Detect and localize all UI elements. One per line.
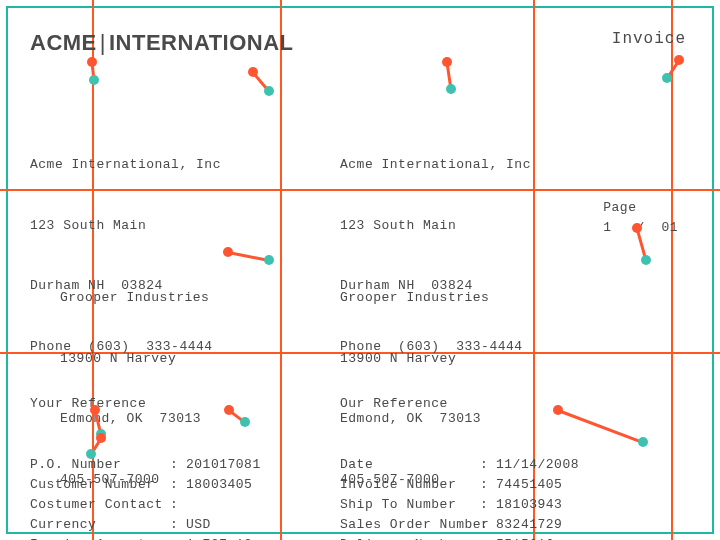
our-ref-key: Date [340, 455, 480, 475]
your-ref-key: Costumer Contact [30, 495, 170, 515]
sender-street: 123 South Main [30, 216, 221, 236]
kv-colon: : [480, 535, 496, 540]
our-ref-key: Ship To Number [340, 495, 480, 515]
your-ref-title: Your Reference [30, 394, 277, 414]
grid-line-vertical [280, 0, 282, 540]
company-logo: ACME|INTERNATIONAL [30, 30, 294, 56]
marker-dot-orange [553, 405, 563, 415]
our-ref-row: Invoice Number: 74451405 [340, 475, 587, 495]
our-ref-row: Ship To Number: 18103943 [340, 495, 587, 515]
our-ref-row: Delivery Number: 5515616 [340, 535, 587, 540]
marker-dot-teal [446, 84, 456, 94]
marker-dot-teal [264, 255, 274, 265]
marker-dot-orange [90, 405, 100, 415]
marker-dot-orange [674, 55, 684, 65]
our-ref-key: Invoice Number [340, 475, 480, 495]
logo-part2: INTERNATIONAL [109, 30, 294, 55]
your-ref-key: Customer Number [30, 475, 170, 495]
sender-name: Acme International, Inc [30, 155, 221, 175]
marker-dot-teal [86, 449, 96, 459]
our-ref-key: Delivery Number [340, 535, 480, 540]
grid-line-vertical [671, 0, 673, 540]
logo-part1: ACME [30, 30, 97, 55]
marker-dot-orange [632, 223, 642, 233]
page-label: Page [603, 200, 636, 215]
our-ref-value: 18103943 [496, 495, 587, 515]
marker-dot-orange [223, 247, 233, 257]
your-ref-value: USD [186, 515, 277, 535]
our-ref-value: 83241729 [496, 515, 587, 535]
your-ref-row: Customer Number: 18003405 [30, 475, 277, 495]
kv-colon: : [170, 535, 186, 540]
marker-dot-teal [240, 417, 250, 427]
kv-colon: : [170, 475, 186, 495]
your-ref-value: 1,727.13 [186, 535, 277, 540]
kv-colon: : [480, 455, 496, 475]
marker-dot-orange [224, 405, 234, 415]
page-total: 01 [661, 220, 678, 235]
marker-dot-orange [96, 433, 106, 443]
marker-dot-teal [641, 255, 651, 265]
marker-dot-teal [662, 73, 672, 83]
your-ref-row: Costumer Contact: [30, 495, 277, 515]
our-ref-title: Our Reference [340, 394, 587, 414]
sender2-name: Acme International, Inc [340, 155, 531, 175]
sender2-street: 123 South Main [340, 216, 531, 236]
kv-colon: : [170, 495, 186, 515]
our-ref-value: 74451405 [496, 475, 587, 495]
your-ref-value [186, 495, 277, 515]
marker-dot-orange [248, 67, 258, 77]
our-ref-row: Sales Order Number: 83241729 [340, 515, 587, 535]
document-type: Invoice [612, 30, 686, 48]
kv-colon: : [170, 455, 186, 475]
your-ref-key: Invoice Amount [30, 535, 170, 540]
our-ref-value: 11/14/2008 [496, 455, 587, 475]
our-reference-block: Our Reference Date: 11/14/2008Invoice Nu… [340, 354, 587, 540]
your-ref-key: Currency [30, 515, 170, 535]
logo-divider: | [100, 30, 106, 55]
kv-colon: : [480, 495, 496, 515]
your-ref-value: 18003405 [186, 475, 277, 495]
your-ref-row: Invoice Amount: 1,727.13 [30, 535, 277, 540]
marker-dot-orange [442, 57, 452, 67]
our-ref-value: 5515616 [496, 535, 587, 540]
page-indicator: Page 1 / 01 [603, 198, 678, 238]
billto-name: Grooper Industries [60, 288, 209, 308]
our-ref-key: Sales Order Number [340, 515, 480, 535]
kv-colon: : [480, 475, 496, 495]
marker-dot-orange [87, 57, 97, 67]
your-reference-block: Your Reference P.O. Number: 201017081Cus… [30, 354, 277, 540]
our-ref-row: Date: 11/14/2008 [340, 455, 587, 475]
marker-dot-teal [638, 437, 648, 447]
kv-colon: : [170, 515, 186, 535]
kv-colon: : [480, 515, 496, 535]
shipto-name: Grooper Industries [340, 288, 489, 308]
your-ref-row: P.O. Number: 201017081 [30, 455, 277, 475]
your-ref-row: Currency: USD [30, 515, 277, 535]
your-ref-key: P.O. Number [30, 455, 170, 475]
your-ref-value: 201017081 [186, 455, 277, 475]
marker-dot-teal [89, 75, 99, 85]
marker-dot-teal [264, 86, 274, 96]
page-current: 1 [603, 220, 611, 235]
